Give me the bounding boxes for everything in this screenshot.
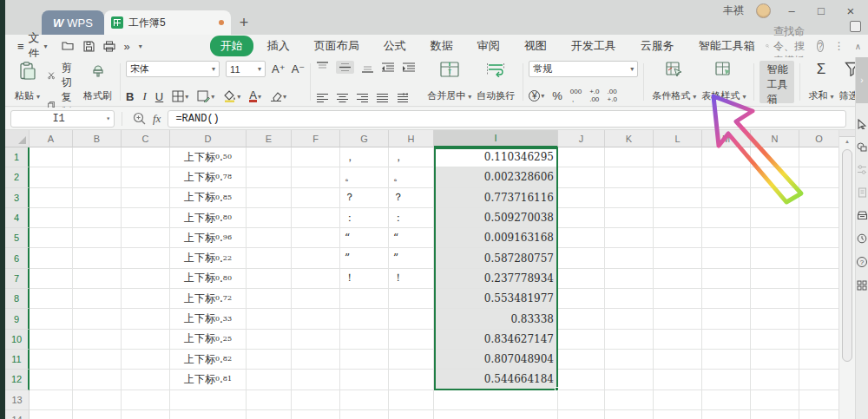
percent-format-button[interactable]: %: [552, 89, 562, 102]
cell-N4[interactable]: [751, 208, 799, 228]
cell-C1[interactable]: [122, 147, 170, 167]
cell-K10[interactable]: [605, 330, 654, 350]
align-left-icon[interactable]: [316, 93, 329, 103]
currency-format-button[interactable]: ¥▾: [529, 90, 544, 101]
cell-J8[interactable]: [558, 289, 605, 309]
cell-J3[interactable]: [558, 188, 605, 208]
number-format-select[interactable]: 常规▾: [529, 61, 638, 77]
sum-button[interactable]: Σ 求和 ▾: [806, 61, 836, 103]
row-header-12[interactable]: 12: [5, 370, 30, 390]
row-header-7[interactable]: 7: [5, 269, 30, 289]
ribbon-tab-云服务[interactable]: 云服务: [630, 36, 685, 56]
help-icon[interactable]: ?: [817, 40, 824, 52]
cell-G5[interactable]: “: [340, 228, 389, 248]
cell-A3[interactable]: [30, 188, 73, 208]
cell-D3[interactable]: 上下标0.85: [170, 188, 247, 208]
cell-B14[interactable]: [73, 410, 122, 419]
cut-button[interactable]: 剪切: [48, 61, 76, 90]
cell-D6[interactable]: 上下标0.22: [170, 248, 247, 268]
ribbon-tab-智能工具箱[interactable]: 智能工具箱: [688, 36, 766, 56]
cell-B1[interactable]: [73, 147, 122, 167]
cell-K3[interactable]: [605, 188, 654, 208]
cell-O12[interactable]: [799, 370, 838, 390]
cell-D8[interactable]: 上下标0.72: [170, 289, 247, 309]
cell-H1[interactable]: ，: [389, 147, 434, 167]
cell-F7[interactable]: [292, 269, 340, 289]
cell-D5[interactable]: 上下标0.96: [170, 228, 247, 248]
cell-H14[interactable]: [389, 410, 434, 419]
cell-L8[interactable]: [654, 289, 702, 309]
column-header-M[interactable]: M: [702, 130, 751, 147]
ribbon-tab-数据[interactable]: 数据: [420, 36, 464, 56]
cell-B12[interactable]: [73, 370, 122, 390]
borders-button[interactable]: ▾: [172, 90, 188, 102]
cell-O9[interactable]: [799, 309, 838, 329]
cell-N5[interactable]: [751, 228, 799, 248]
paste-button[interactable]: 粘贴 ▾: [12, 61, 43, 103]
save-icon[interactable]: [83, 41, 95, 52]
row-header-14[interactable]: 14: [5, 410, 30, 419]
row-header-9[interactable]: 9: [5, 309, 30, 329]
cell-K6[interactable]: [605, 248, 654, 268]
column-header-I[interactable]: I: [434, 130, 558, 147]
cell-A4[interactable]: [30, 208, 73, 228]
cell-M11[interactable]: [702, 350, 751, 370]
italic-button[interactable]: I: [142, 89, 146, 103]
cell-E9[interactable]: [247, 309, 292, 329]
cell-K2[interactable]: [605, 167, 654, 187]
merge-center-button[interactable]: T 合并居中 ▾: [424, 61, 474, 103]
cell-D10[interactable]: 上下标0.25: [170, 330, 247, 350]
close-button[interactable]: ×: [842, 3, 859, 18]
cell-B7[interactable]: [73, 269, 122, 289]
cell-F2[interactable]: [292, 167, 340, 187]
cell-L10[interactable]: [654, 330, 702, 350]
cell-L9[interactable]: [654, 309, 702, 329]
cell-K9[interactable]: [605, 309, 654, 329]
row-header-10[interactable]: 10: [5, 330, 30, 350]
cell-G9[interactable]: [340, 309, 389, 329]
cell-A8[interactable]: [30, 289, 73, 309]
cell-M6[interactable]: [702, 248, 751, 268]
cell-F9[interactable]: [292, 309, 340, 329]
cell-E13[interactable]: [247, 390, 292, 410]
collapse-ribbon-icon[interactable]: ∧: [855, 42, 861, 51]
cell-N9[interactable]: [751, 309, 799, 329]
font-color-button[interactable]: A▾: [249, 90, 261, 102]
row-header-11[interactable]: 11: [5, 350, 30, 370]
open-folder-icon[interactable]: [62, 41, 75, 51]
cell-I12[interactable]: 0.544664184: [434, 370, 558, 390]
select-all-corner[interactable]: [5, 130, 30, 147]
insert-function-fx[interactable]: fx: [153, 112, 161, 126]
cell-L14[interactable]: [654, 410, 702, 419]
cell-M1[interactable]: [702, 147, 751, 167]
cell-J6[interactable]: [558, 248, 605, 268]
grow-font-button[interactable]: A⁺: [272, 62, 286, 75]
cell-F12[interactable]: [292, 370, 340, 390]
cell-J9[interactable]: [558, 309, 605, 329]
cell-A12[interactable]: [30, 370, 73, 390]
cell-G10[interactable]: [340, 330, 389, 350]
ribbon-tab-插入[interactable]: 插入: [257, 36, 300, 56]
cell-C13[interactable]: [122, 390, 170, 410]
conditional-format-button[interactable]: 条件格式 ▾: [649, 61, 699, 103]
cell-D7[interactable]: 上下标0.80: [170, 269, 247, 289]
cell-G11[interactable]: [340, 350, 389, 370]
history-clock-icon[interactable]: [857, 233, 867, 244]
cell-G4[interactable]: ：: [340, 208, 389, 228]
cell-H7[interactable]: ！: [389, 269, 434, 289]
cell-K4[interactable]: [605, 208, 654, 228]
cell-I14[interactable]: [434, 410, 558, 419]
cell-C7[interactable]: [122, 269, 170, 289]
cell-N13[interactable]: [751, 390, 799, 410]
cell-F5[interactable]: [292, 228, 340, 248]
cell-O7[interactable]: [799, 269, 838, 289]
cell-H12[interactable]: [389, 370, 434, 390]
search-function-icon[interactable]: [133, 112, 146, 125]
minimize-button[interactable]: –: [783, 4, 800, 17]
cell-A7[interactable]: [30, 269, 73, 289]
avatar[interactable]: [756, 3, 771, 18]
column-header-K[interactable]: K: [605, 130, 654, 147]
cell-I7[interactable]: 0.237778934: [434, 269, 558, 289]
cell-B9[interactable]: [73, 309, 122, 329]
cell-O6[interactable]: [799, 248, 838, 268]
